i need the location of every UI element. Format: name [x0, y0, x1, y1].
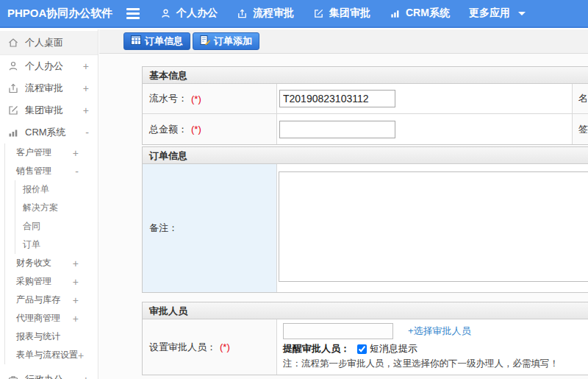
amount-label: 总金额：: [149, 123, 187, 136]
approver-input[interactable]: [283, 323, 393, 339]
sidebar-item-form-workflow-settings[interactable]: 表单与流程设置 +: [5, 346, 98, 364]
approver-input-row: +选择审批人员: [283, 323, 588, 339]
approver-label: 设置审批人员：: [149, 341, 216, 354]
group-edit-icon: [7, 105, 19, 116]
group-edit-icon: [313, 8, 324, 19]
sidebar-item-label: 销售管理: [16, 165, 75, 177]
sidebar: 个人桌面 个人办公 + 流程审批 + 集团审批 + CRM系统 - 客户管理 +: [0, 29, 98, 379]
section-header: 审批人员: [143, 302, 588, 319]
sidebar-item-workflow-approval[interactable]: 流程审批 +: [0, 77, 98, 99]
workflow-upload-icon: [237, 8, 248, 19]
sidebar-item-crm-system[interactable]: CRM系统 -: [0, 121, 98, 144]
briefcase-icon: [7, 374, 19, 379]
nav-label: CRM系统: [406, 7, 450, 20]
sidebar-item-label: 订单: [23, 238, 40, 251]
sidebar-item-toggle[interactable]: +: [83, 82, 89, 94]
caret-down-icon: [518, 12, 526, 15]
nav-personal-office[interactable]: 个人办公: [160, 7, 218, 20]
sidebar-item-contract[interactable]: 合同: [15, 217, 98, 235]
sidebar-item-personal-office[interactable]: 个人办公 +: [0, 55, 98, 77]
sidebar-item-group-approval[interactable]: 集团审批 +: [0, 99, 98, 121]
sidebar-item-toggle[interactable]: -: [75, 166, 79, 177]
nav-group-approval[interactable]: 集团审批: [313, 7, 370, 20]
nav-label: 流程审批: [253, 7, 294, 20]
select-approver-link[interactable]: +选择审批人员: [408, 325, 471, 338]
sidebar-item-label: 个人桌面: [25, 36, 89, 49]
tab-label: 订单添加: [214, 35, 252, 48]
serial-number-input[interactable]: [279, 90, 395, 107]
menu-toggle-icon[interactable]: [126, 8, 141, 19]
sidebar-item-label: 产品与库存: [16, 294, 73, 306]
form-row-serial: 流水号： (*) 名: [143, 84, 588, 114]
remind-row: 提醒审批人员： 短消息提示: [283, 342, 588, 355]
total-amount-input[interactable]: [279, 121, 395, 138]
field-input-cell: [277, 114, 573, 144]
sidebar-item-toggle[interactable]: +: [78, 350, 84, 361]
sidebar-item-quotation[interactable]: 报价单: [15, 180, 98, 199]
section-header: 订单信息: [143, 147, 588, 164]
required-mark: (*): [191, 93, 201, 105]
nav-workflow-approval[interactable]: 流程审批: [237, 7, 294, 20]
form-row-amount: 总金额： (*) 签: [143, 114, 588, 144]
order-add-icon: [200, 35, 210, 47]
required-mark: (*): [220, 341, 230, 353]
sidebar-item-toggle[interactable]: +: [73, 313, 79, 325]
crm-chart-icon: [7, 127, 19, 138]
remark-textarea-cell: [277, 164, 588, 292]
sidebar-item-toggle[interactable]: +: [73, 147, 79, 159]
sidebar-item-toggle[interactable]: +: [73, 294, 79, 306]
workflow-upload-icon: [7, 82, 19, 94]
sms-checkbox[interactable]: [357, 344, 367, 354]
sidebar-item-purchase-mgmt[interactable]: 采购管理 +: [5, 272, 98, 291]
sidebar-item-label: 个人办公: [25, 60, 83, 73]
form-row-remark: 备注：: [143, 164, 588, 292]
field-label-cell: 流水号： (*): [143, 84, 277, 113]
person-icon: [160, 8, 171, 19]
remark-label: 备注：: [149, 222, 178, 235]
sidebar-item-toggle[interactable]: +: [73, 258, 79, 269]
sidebar-item-label: 客户管理: [16, 146, 73, 159]
nav-label: 更多应用: [469, 7, 510, 20]
sidebar-item-label: 报表与统计: [16, 330, 79, 343]
form-row-approver: 设置审批人员： (*) +选择审批人员 提醒审批人员： 短消息提示: [143, 319, 588, 375]
tab-order-info[interactable]: 订单信息: [123, 32, 190, 50]
main-nav: 个人办公 流程审批 集团审批 CRM系统 更多应用: [160, 7, 545, 20]
sidebar-item-toggle[interactable]: -: [85, 127, 89, 138]
sidebar-item-sales-mgmt[interactable]: 销售管理 -: [5, 162, 98, 180]
sidebar-item-toggle[interactable]: +: [83, 105, 89, 116]
sidebar-item-label: 表单与流程设置: [16, 349, 78, 361]
section-header: 基本信息: [143, 67, 588, 84]
nav-more-apps[interactable]: 更多应用: [469, 7, 526, 20]
sidebar-item-desktop[interactable]: 个人桌面: [0, 31, 98, 55]
required-mark: (*): [191, 124, 201, 135]
sidebar-item-order[interactable]: 订单: [15, 235, 98, 254]
tab-order-add[interactable]: 订单添加: [193, 32, 259, 50]
field-input-cell: [277, 84, 573, 113]
sidebar-item-label: 合同: [23, 220, 40, 233]
sms-label: 短消息提示: [370, 342, 417, 355]
sidebar-item-label: 报价单: [23, 183, 49, 196]
sidebar-item-product-inventory[interactable]: 产品与库存 +: [5, 291, 98, 309]
remark-textarea[interactable]: [279, 171, 588, 282]
sidebar-item-label: 代理商管理: [16, 312, 73, 325]
app-window: PHPOA协同办公软件 个人办公 流程审批 集团审批 CRM系统 更多应用: [0, 0, 588, 379]
sidebar-item-customer-mgmt[interactable]: 客户管理 +: [5, 144, 98, 162]
section-approvers: 审批人员 设置审批人员： (*) +选择审批人员 提醒审批人员：: [142, 302, 588, 375]
nav-crm-system[interactable]: CRM系统: [390, 7, 450, 20]
sidebar-item-admin-office[interactable]: 行政办公 +: [0, 369, 98, 379]
sidebar-item-toggle[interactable]: +: [73, 276, 79, 288]
approver-label-cell: 设置审批人员： (*): [143, 319, 277, 375]
remark-label-cell: 备注：: [143, 164, 277, 292]
crm-submenu: 客户管理 + 销售管理 - 报价单 解决方案 合同 订单 财务收支 + 采购管理…: [4, 144, 98, 364]
serial-label: 流水号：: [149, 92, 187, 105]
sidebar-item-agent-mgmt[interactable]: 代理商管理 +: [5, 309, 98, 327]
sales-submenu: 报价单 解决方案 合同 订单: [15, 180, 98, 254]
sidebar-item-finance[interactable]: 财务收支 +: [5, 254, 98, 272]
sidebar-item-label: CRM系统: [25, 126, 85, 139]
sidebar-item-toggle[interactable]: +: [83, 60, 89, 72]
tab-strip: 订单信息 订单添加: [99, 29, 588, 54]
sidebar-item-toggle[interactable]: +: [83, 374, 89, 379]
sidebar-item-solution[interactable]: 解决方案: [15, 199, 98, 217]
sidebar-item-reports-stats[interactable]: 报表与统计: [5, 327, 98, 346]
next-column-label: 名: [573, 84, 588, 113]
